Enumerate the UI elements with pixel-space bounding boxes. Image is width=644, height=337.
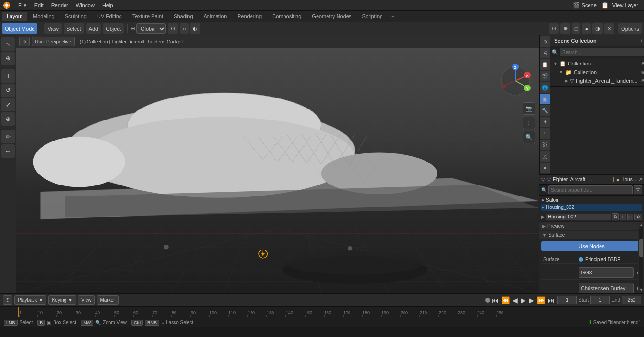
tab-rendering[interactable]: Rendering — [232, 12, 266, 21]
prev-keyframe-button[interactable]: ⏪ — [501, 296, 511, 304]
keyframe-indicator[interactable] — [485, 298, 490, 303]
viewport-camera-move-button[interactable]: ↕ — [523, 117, 535, 129]
menu-edit[interactable]: Edit — [31, 1, 47, 9]
menu-help[interactable]: Help — [98, 1, 117, 9]
add-menu-button[interactable]: Add — [86, 23, 101, 34]
tab-layout[interactable]: Layout — [2, 12, 27, 21]
proportional-edit-button[interactable]: ○ — [180, 23, 189, 34]
material-link-btn[interactable]: ↗ — [638, 177, 642, 182]
next-frame-button[interactable]: ▶ — [528, 296, 535, 304]
jump-end-button[interactable]: ⏭ — [547, 296, 556, 304]
object-mode-button[interactable]: Object Mode — [2, 23, 37, 34]
object-properties-btn[interactable]: ▣ — [540, 94, 550, 104]
scene-collection-item[interactable]: ▼ 📋 Collection 👁 📷 — [551, 59, 644, 68]
options-button[interactable]: Options — [618, 23, 642, 34]
current-frame-input[interactable] — [557, 296, 577, 304]
view-layer-properties-btn[interactable]: 📋 — [540, 59, 550, 70]
select-tool-button[interactable]: ↖ — [1, 37, 15, 51]
collection-eye-btn[interactable]: 👁 — [640, 60, 644, 67]
tab-animation[interactable]: Animation — [199, 12, 232, 21]
menu-render[interactable]: Render — [47, 1, 72, 9]
keying-button[interactable]: Keying ▼ — [48, 295, 76, 305]
scene-properties-btn[interactable]: 🎬 — [540, 71, 550, 81]
marker-button[interactable]: Marker — [97, 295, 118, 305]
viewport-editor-type[interactable]: ⊙ — [19, 37, 30, 46]
object-item[interactable]: ▶ ▽ Fighter_Aircraft_Tandem... 👁 📷 — [551, 76, 644, 85]
scroll-up-arrow[interactable]: ▲ — [639, 223, 643, 227]
object-eye-btn[interactable]: 👁 — [640, 77, 644, 84]
particles-properties-btn[interactable]: ✦ — [540, 117, 550, 127]
settings-material-btn[interactable]: ⚙ — [634, 214, 642, 220]
preview-section-header[interactable]: ▶ Preview — [539, 222, 644, 230]
tab-geometry-nodes[interactable]: Geometry Nodes — [307, 12, 356, 21]
gizmo-toggle[interactable]: ⊕ — [560, 23, 570, 34]
properties-scrollbar[interactable]: ▲ ▼ — [638, 222, 644, 293]
3d-viewport[interactable]: ⊙ User Perspective | (1) Collection | Fi… — [16, 35, 539, 293]
play-button[interactable]: ▶ — [520, 296, 527, 304]
scale-tool-button[interactable]: ⤢ — [1, 98, 15, 111]
physics-properties-btn[interactable]: ≈ — [540, 128, 550, 139]
delete-material-btn[interactable]: × — [627, 214, 633, 220]
snap-button[interactable]: ⊙ — [168, 23, 178, 34]
viewport-shading-wire[interactable]: □ — [572, 23, 581, 34]
frame-ruler[interactable]: 1 10 20 30 40 50 60 70 80 90 100 110 — [0, 306, 644, 317]
rotate-tool-button[interactable]: ↺ — [1, 84, 15, 97]
render-properties-btn[interactable]: ⊙ — [540, 36, 550, 47]
select-menu-button[interactable]: Select — [64, 23, 84, 34]
viewport-camera-button[interactable]: 📷 — [523, 102, 535, 115]
collection-item[interactable]: ▼ 📁 Collection 👁 📷 — [551, 68, 644, 76]
tab-uv-editing[interactable]: UV Editing — [92, 12, 127, 21]
transform-tool-button[interactable]: ⊕ — [1, 112, 15, 126]
timeline-editor-type[interactable]: ⏱ — [3, 295, 12, 305]
copy-material-btn[interactable]: ⧉ — [612, 213, 619, 220]
proportional-connected-button[interactable]: ◐ — [190, 23, 200, 34]
end-frame-input[interactable] — [622, 296, 641, 304]
new-material-btn[interactable]: + — [620, 214, 626, 220]
scroll-track[interactable] — [639, 227, 643, 288]
properties-search-input[interactable] — [548, 185, 633, 194]
scroll-thumb[interactable] — [639, 239, 643, 257]
menu-file[interactable]: File — [14, 1, 31, 9]
view-menu-button[interactable]: View — [44, 23, 62, 34]
constraints-properties-btn[interactable]: ⛓ — [540, 140, 550, 150]
housing-002-row[interactable]: ● Housing_002 — [541, 204, 642, 211]
output-properties-btn[interactable]: 🖨 — [540, 48, 550, 58]
jump-start-button[interactable]: ⏮ — [491, 296, 500, 304]
measure-tool-button[interactable]: ↔ — [1, 144, 15, 158]
playback-button[interactable]: Playback ▼ — [14, 295, 46, 305]
salon-row[interactable]: ● Salon — [541, 196, 642, 204]
new-collection-btn[interactable]: + — [638, 37, 644, 44]
next-keyframe-button[interactable]: ⏩ — [536, 296, 546, 304]
add-workspace-button[interactable]: + — [388, 12, 397, 20]
surface-section-header[interactable]: ▼ Surface — [539, 231, 644, 239]
christensen-select[interactable]: Christensen-Burley — [579, 283, 634, 293]
object-menu-button[interactable]: Object — [103, 23, 124, 34]
viewport-shading-solid[interactable]: ● — [582, 23, 591, 34]
collection-item-eye-btn[interactable]: 👁 — [640, 69, 644, 76]
modifier-properties-btn[interactable]: 🔧 — [540, 105, 550, 116]
ggx-select[interactable]: GGX — [579, 267, 634, 278]
material-properties-btn[interactable]: ● — [540, 163, 550, 173]
tab-sculpting[interactable]: Sculpting — [60, 12, 91, 21]
viewport-shading-material[interactable]: ◑ — [592, 23, 603, 34]
menu-window[interactable]: Window — [72, 1, 98, 9]
tab-modeling[interactable]: Modeling — [28, 12, 59, 21]
data-properties-btn[interactable]: △ — [540, 151, 550, 162]
tab-shading[interactable]: Shading — [169, 12, 197, 21]
tab-scripting[interactable]: Scripting — [357, 12, 387, 21]
use-nodes-button[interactable]: Use Nodes — [541, 241, 642, 251]
start-frame-input[interactable] — [590, 296, 610, 304]
outliner-search-input[interactable] — [560, 48, 644, 56]
move-tool-button[interactable]: ✛ — [1, 69, 15, 83]
props-filter-btn[interactable]: ▽ — [634, 185, 642, 194]
annotate-tool-button[interactable]: ✏ — [1, 130, 15, 143]
prev-frame-button[interactable]: ◀ — [512, 296, 519, 304]
tab-texture-paint[interactable]: Texture Paint — [128, 12, 168, 21]
tab-compositing[interactable]: Compositing — [267, 12, 306, 21]
viewport-perspective-toggle[interactable]: User Perspective — [32, 37, 75, 46]
world-properties-btn[interactable]: 🌐 — [540, 82, 550, 93]
overlay-toggle[interactable]: ⊙ — [549, 23, 559, 34]
timeline-view-button[interactable]: View — [78, 295, 95, 305]
viewport-search-button[interactable]: 🔍 — [523, 131, 535, 143]
scroll-down-arrow[interactable]: ▼ — [639, 288, 643, 292]
